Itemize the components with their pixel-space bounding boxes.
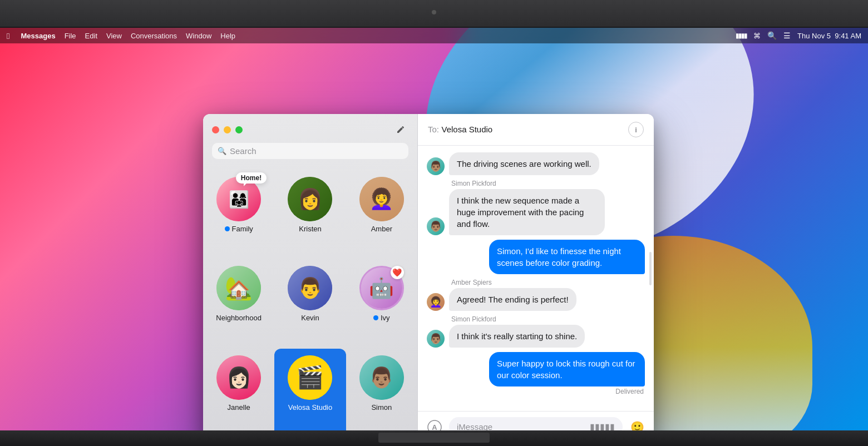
conversation-item-simon[interactable]: 👨🏽 Simon (346, 349, 417, 438)
family-name: Family (232, 225, 253, 233)
kevin-name: Kevin (301, 314, 319, 322)
message-bubble-3: Simon, I'd like to finesse the night sce… (489, 240, 645, 274)
message-avatar-2: 👨🏽 (427, 217, 445, 235)
trackpad (378, 433, 490, 443)
conversation-item-ivy[interactable]: 🤖 ❤️ Ivy (346, 259, 417, 348)
message-avatar-4: 👩‍🦱 (427, 293, 445, 311)
to-label: To: (428, 125, 439, 134)
messages-area: 👨🏽 The driving scenes are working well. … (418, 146, 654, 411)
conversation-item-amber[interactable]: 👩‍🦱 Amber (346, 170, 417, 259)
conversation-item-family[interactable]: 👨‍👩‍👧 Home! Family (203, 170, 274, 259)
search-icon[interactable]: 🔍 (767, 31, 777, 40)
apple-logo-icon[interactable]:  (7, 31, 9, 41)
home-bubble: Home! (236, 172, 267, 184)
menubar-datetime: Thu Nov 5 9:41 AM (797, 32, 861, 40)
menubar-view[interactable]: View (106, 32, 122, 40)
ivy-name: Ivy (381, 314, 390, 322)
message-sender-5: Simon Pickford (451, 315, 645, 323)
message-with-avatar-1: 👨🏽 The driving scenes are working well. (427, 152, 645, 175)
menubar-conversations[interactable]: Conversations (131, 32, 177, 40)
chat-recipient-name: Velosa Studio (441, 125, 492, 134)
heart-badge: ❤️ (391, 266, 404, 279)
simon-name: Simon (371, 403, 392, 412)
message-with-avatar-5: 👨🏽 I think it's really starting to shine… (427, 325, 645, 348)
camera-notch (432, 10, 436, 14)
kevin-avatar-wrap: 👨 (288, 266, 332, 310)
menubar-right: ▮▮▮▮ ⌘ 🔍 ☰ Thu Nov 5 9:41 AM (736, 31, 861, 40)
janelle-avatar-wrap: 👩🏻 (216, 355, 261, 400)
close-button[interactable] (212, 126, 219, 133)
chat-header: To: Velosa Studio i (418, 114, 654, 146)
family-avatar-wrap: 👨‍👩‍👧 Home! (216, 177, 261, 221)
message-row-4: Amber Spiers 👩‍🦱 Agreed! The ending is p… (427, 279, 645, 311)
velosa-avatar-wrap: 🎬 (288, 355, 332, 400)
message-row-5: Simon Pickford 👨🏽 I think it's really st… (427, 315, 645, 348)
window-titlebar (203, 114, 417, 143)
conversation-item-kevin[interactable]: 👨 Kevin (274, 259, 346, 348)
message-bubble-6: Super happy to lock this rough cut for o… (489, 352, 645, 386)
kristen-avatar-wrap: 👩 (288, 177, 332, 221)
amber-avatar-wrap: 👩‍🦱 (359, 177, 404, 221)
conversation-list-panel: 🔍 Search 👨‍👩‍👧 Home! (203, 114, 417, 442)
conversation-item-janelle[interactable]: 👩🏻 Janelle (203, 349, 274, 438)
laptop-frame-top (0, 0, 868, 28)
menubar-app-name[interactable]: Messages (21, 32, 55, 40)
message-row-1: 👨🏽 The driving scenes are working well. (427, 152, 645, 175)
chat-to-section: To: Velosa Studio (428, 125, 492, 135)
minimize-button[interactable] (224, 126, 231, 133)
scroll-indicator[interactable] (649, 252, 652, 285)
wifi-icon: ⌘ (753, 32, 761, 40)
unread-dot (225, 226, 230, 231)
info-button[interactable]: i (628, 122, 644, 137)
menubar-window[interactable]: Window (186, 32, 211, 40)
neighborhood-avatar-wrap: 🏡 (216, 266, 261, 310)
menubar-file[interactable]: File (65, 32, 76, 40)
message-bubble-5: I think it's really starting to shine. (449, 325, 585, 348)
message-with-avatar-2: 👨🏽 I think the new sequence made a huge … (427, 189, 645, 235)
messages-window: 🔍 Search 👨‍👩‍👧 Home! (203, 114, 654, 442)
conversation-grid: 👨‍👩‍👧 Home! Family (203, 166, 417, 442)
message-avatar-1: 👨🏽 (427, 157, 445, 175)
message-sender-4: Amber Spiers (451, 279, 645, 286)
family-name-row: Family (225, 225, 253, 233)
kristen-name: Kristen (299, 225, 321, 233)
menubar:  Messages File Edit View Conversations … (0, 28, 868, 43)
message-row-3-sent: Simon, I'd like to finesse the night sce… (427, 240, 645, 274)
search-placeholder: Search (230, 146, 257, 156)
menubar-left:  Messages File Edit View Conversations … (7, 31, 235, 41)
screen-area:  Messages File Edit View Conversations … (0, 28, 868, 430)
control-center-icon[interactable]: ☰ (783, 31, 791, 40)
ivy-name-row: Ivy (373, 314, 390, 322)
search-bar[interactable]: 🔍 Search (212, 143, 408, 159)
amber-name: Amber (371, 225, 392, 233)
message-avatar-5: 👨🏽 (427, 330, 445, 348)
ivy-avatar-wrap: 🤖 ❤️ (359, 266, 404, 310)
compose-button[interactable] (393, 122, 408, 137)
conversation-item-kristen[interactable]: 👩 Kristen (274, 170, 346, 259)
menubar-help[interactable]: Help (220, 32, 235, 40)
info-icon: i (635, 126, 637, 134)
message-bubble-1: The driving scenes are working well. (449, 152, 599, 175)
menubar-edit[interactable]: Edit (85, 32, 97, 40)
message-bubble-2: I think the new sequence made a huge imp… (449, 189, 605, 235)
search-icon: 🔍 (218, 147, 226, 155)
message-row-2: Simon Pickford 👨🏽 I think the new sequen… (427, 180, 645, 235)
delivered-label: Delivered (615, 388, 644, 395)
chat-panel: To: Velosa Studio i 👨🏽 The dr (417, 114, 654, 442)
maximize-button[interactable] (235, 126, 243, 133)
conversation-item-neighborhood[interactable]: 🏡 Neighborhood (203, 259, 274, 348)
neighborhood-name: Neighborhood (216, 314, 262, 322)
janelle-name: Janelle (228, 403, 250, 412)
laptop-frame-bottom (0, 430, 868, 446)
velosa-name: Velosa Studio (288, 403, 333, 412)
traffic-lights (212, 126, 243, 133)
simon-avatar-wrap: 👨🏽 (359, 355, 404, 400)
battery-icon: ▮▮▮▮ (736, 32, 747, 39)
message-row-6-sent: Super happy to lock this rough cut for o… (427, 352, 645, 395)
unread-dot-ivy (373, 315, 378, 320)
message-sender-2: Simon Pickford (451, 180, 645, 187)
message-bubble-4: Agreed! The ending is perfect! (449, 288, 576, 311)
message-with-avatar-4: 👩‍🦱 Agreed! The ending is perfect! (427, 288, 645, 311)
conversation-item-velosa[interactable]: 🎬 Velosa Studio (274, 349, 346, 438)
